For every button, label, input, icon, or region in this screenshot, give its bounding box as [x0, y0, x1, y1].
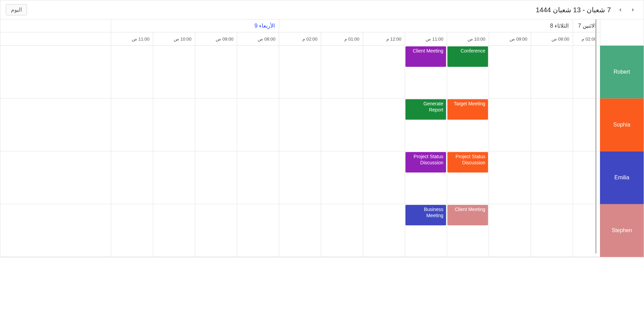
day-header-cell[interactable]: الثلاثاء 8	[279, 19, 573, 32]
schedule-row: Project Status DiscussionProject Status …	[0, 151, 600, 204]
time-cell[interactable]	[237, 99, 279, 151]
time-cell[interactable]	[489, 46, 531, 98]
time-header-cell: 08:00 ص	[237, 32, 279, 45]
time-header-cell: 01:00 م	[321, 32, 363, 45]
calendar-event[interactable]: Business Meeting	[405, 205, 446, 225]
time-cell[interactable]	[531, 99, 573, 151]
time-cell[interactable]	[111, 46, 153, 98]
schedule-row: Target MeetingGenerate Report	[0, 99, 600, 151]
time-header-cell: 10:00 ص	[447, 32, 489, 45]
toolbar-nav: 7 شعبان - 13 شعبان 1444	[536, 4, 638, 15]
time-header-cell: 10:00 ص	[153, 32, 195, 45]
chevron-left-icon	[618, 7, 623, 12]
time-cell[interactable]	[153, 204, 195, 257]
time-header-cell: 09:00 ص	[195, 32, 237, 45]
time-cell[interactable]	[279, 99, 321, 151]
time-cell[interactable]	[489, 204, 531, 257]
time-cell[interactable]	[279, 151, 321, 204]
time-cell[interactable]	[111, 204, 153, 257]
time-cell[interactable]	[279, 204, 321, 257]
schedule-row: Client MeetingBusiness Meeting	[0, 204, 600, 257]
time-cell[interactable]	[195, 99, 237, 151]
resource-cell[interactable]: Robert	[600, 46, 644, 99]
calendar-event[interactable]: Client Meeting	[447, 205, 488, 225]
time-cell[interactable]	[363, 151, 405, 204]
time-cell[interactable]	[279, 46, 321, 98]
time-header-row: 02:00 م08:00 ص09:00 ص10:00 ص11:00 ص12:00…	[0, 32, 600, 46]
time-cell[interactable]	[363, 99, 405, 151]
time-header-cell: 12:00 م	[363, 32, 405, 45]
schedule-grid: RobertSophiaEmiliaStephen الاثنين 7الثلا…	[0, 19, 644, 257]
time-cell[interactable]	[237, 204, 279, 257]
time-cell[interactable]	[195, 46, 237, 98]
calendar-event[interactable]: Generate Report	[405, 99, 446, 120]
resource-cell[interactable]: Emilia	[600, 151, 644, 204]
time-cell[interactable]	[489, 151, 531, 204]
calendar-event[interactable]: Target Meeting	[447, 99, 488, 120]
date-range-label: 7 شعبان - 13 شعبان 1444	[536, 6, 611, 14]
time-area[interactable]: الاثنين 7الثلاثاء 8الأربعاء 9 02:00 م08:…	[0, 19, 600, 257]
time-cell[interactable]	[531, 46, 573, 98]
scroll-divider-indicator	[595, 19, 597, 254]
time-cell[interactable]	[237, 46, 279, 98]
calendar-event[interactable]: Client Meeting	[405, 46, 446, 67]
time-cell[interactable]	[153, 99, 195, 151]
calendar-event[interactable]: Project Status Discussion	[447, 152, 488, 172]
time-header-cell: 11:00 ص	[111, 32, 153, 45]
time-cell[interactable]	[153, 46, 195, 98]
time-cell[interactable]	[531, 151, 573, 204]
time-cell[interactable]	[363, 46, 405, 98]
time-cell[interactable]	[531, 204, 573, 257]
day-header-row: الاثنين 7الثلاثاء 8الأربعاء 9	[0, 19, 600, 32]
time-header-cell: 11:00 ص	[405, 32, 447, 45]
time-cell[interactable]	[153, 151, 195, 204]
body-rows: ConferenceClient MeetingTarget MeetingGe…	[0, 46, 600, 257]
time-cell[interactable]	[111, 151, 153, 204]
time-header-cell: 02:00 م	[279, 32, 321, 45]
resource-header-spacer	[600, 19, 644, 46]
time-cell[interactable]	[321, 151, 363, 204]
chevron-right-icon	[630, 7, 635, 12]
calendar: 7 شعبان - 13 شعبان 1444 اليوم RobertSoph…	[0, 0, 644, 257]
next-button[interactable]	[615, 4, 626, 15]
time-cell[interactable]	[195, 151, 237, 204]
calendar-event[interactable]: Conference	[447, 46, 488, 67]
today-button[interactable]: اليوم	[6, 4, 27, 15]
resource-cell[interactable]: Sophia	[600, 99, 644, 151]
time-header-cell: 09:00 ص	[489, 32, 531, 45]
time-cell[interactable]	[321, 99, 363, 151]
schedule-row: ConferenceClient Meeting	[0, 46, 600, 99]
resource-cell[interactable]: Stephen	[600, 204, 644, 257]
time-cell[interactable]	[489, 99, 531, 151]
toolbar: 7 شعبان - 13 شعبان 1444 اليوم	[0, 0, 644, 19]
prev-button[interactable]	[627, 4, 638, 15]
resource-column: RobertSophiaEmiliaStephen	[600, 19, 644, 257]
time-cell[interactable]	[111, 99, 153, 151]
time-cell[interactable]	[321, 46, 363, 98]
calendar-event[interactable]: Project Status Discussion	[405, 152, 446, 172]
time-cell[interactable]	[363, 204, 405, 257]
time-header-cell: 08:00 ص	[531, 32, 573, 45]
day-header-cell[interactable]: الأربعاء 9	[111, 19, 279, 32]
time-cell[interactable]	[237, 151, 279, 204]
time-cell[interactable]	[195, 204, 237, 257]
time-cell[interactable]	[321, 204, 363, 257]
